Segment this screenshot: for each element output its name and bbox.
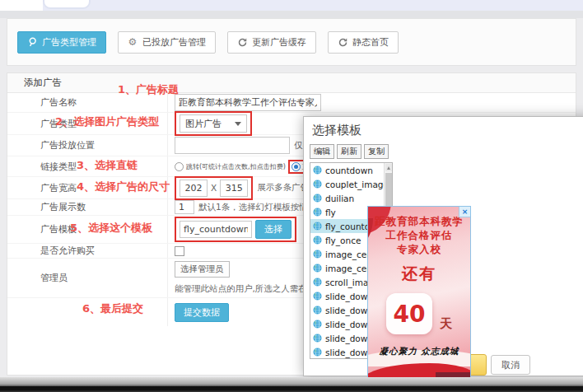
ad-type-selected-value: 图片广告 bbox=[185, 118, 222, 130]
refresh-ad-cache-label: 更新广告缓存 bbox=[252, 36, 306, 49]
refresh-ad-cache-button[interactable]: 更新广告缓存 bbox=[227, 31, 316, 54]
template-preview-popup: × 距教育部本科教学 工作合格评估 专家入校 还有 40 天 凝心聚力 众志成城 bbox=[367, 206, 471, 380]
annotation-step4: 4、选择广告的尺寸 bbox=[77, 180, 170, 194]
admin-label: 管理员 bbox=[7, 259, 168, 297]
globe-icon bbox=[313, 222, 322, 231]
countdown-prefix: 还有 bbox=[368, 264, 470, 285]
browser-tab-remnant bbox=[43, 0, 91, 9]
window-bottom-edge bbox=[0, 377, 583, 392]
globe-icon bbox=[313, 348, 322, 357]
close-icon[interactable]: × bbox=[459, 207, 470, 217]
allow-buy-label: 是否允许购买 bbox=[7, 244, 168, 258]
annotation-step3: 3、选择直链 bbox=[77, 158, 138, 173]
globe-icon bbox=[313, 250, 322, 259]
ad-type-manage-label: 广告类型管理 bbox=[42, 36, 96, 49]
globe-icon bbox=[313, 180, 322, 189]
globe-icon bbox=[313, 306, 322, 315]
ad-name-input[interactable] bbox=[175, 94, 321, 111]
static-homepage-label: 静态首页 bbox=[352, 36, 389, 49]
choose-template-button[interactable]: 选择 bbox=[255, 220, 292, 239]
cancel-button[interactable]: 取消 bbox=[491, 355, 530, 375]
browser-strip-left bbox=[0, 0, 43, 11]
preview-title-line2: 工作合格评估 bbox=[368, 228, 470, 242]
globe-icon bbox=[313, 278, 322, 287]
submit-button[interactable]: 提交数据 bbox=[175, 303, 229, 322]
toolbar: 广告类型管理 ⚙ 已投放广告管理 更新广告缓存 静态首页 bbox=[7, 18, 576, 66]
template-list-item[interactable]: duilian bbox=[310, 191, 392, 205]
refresh-icon bbox=[237, 37, 247, 47]
template-name: countdown bbox=[325, 166, 373, 175]
globe-icon bbox=[313, 194, 322, 203]
ad-type-select[interactable]: 图片广告 bbox=[180, 114, 247, 133]
globe-icon bbox=[313, 292, 322, 301]
template-name: couplet_image bbox=[325, 180, 389, 189]
copy-button[interactable]: 复制 bbox=[364, 144, 389, 159]
globe-icon bbox=[313, 334, 322, 343]
link-jump-radio[interactable] bbox=[175, 162, 184, 171]
published-ads-button[interactable]: ⚙ 已投放广告管理 bbox=[118, 31, 216, 54]
refresh-button[interactable]: 刷新 bbox=[337, 144, 361, 159]
link-jump-label: 跳转(可统计点击次数,扣点击扣费) bbox=[186, 162, 286, 171]
row-ad-name: 广告名称 bbox=[7, 93, 576, 113]
highlight-box-ad-template: 选择 bbox=[175, 217, 296, 242]
countdown-unit: 天 bbox=[440, 316, 452, 334]
ad-position-input[interactable] bbox=[175, 137, 290, 154]
preview-title-line1: 距教育部本科教学 bbox=[368, 214, 470, 228]
scrollbar-thumb[interactable] bbox=[385, 173, 392, 208]
static-homepage-button[interactable]: 静态首页 bbox=[328, 31, 399, 54]
ad-position-label: 广告投放位置 bbox=[7, 135, 168, 156]
template-list-item[interactable]: couplet_image bbox=[310, 177, 392, 191]
ad-count-input[interactable] bbox=[175, 200, 194, 214]
annotation-step5: 5、选择这个模板 bbox=[70, 221, 152, 236]
gears-icon: ⚙ bbox=[128, 37, 138, 47]
modal-actions: 编辑 刷新 复制 bbox=[310, 144, 389, 159]
refresh-icon bbox=[338, 37, 347, 47]
ad-count-label: 广告展示数 bbox=[7, 199, 168, 215]
highlight-box-ad-type: 图片广告 bbox=[175, 111, 252, 136]
template-name: fly_once bbox=[325, 236, 361, 245]
link-direct-radio[interactable] bbox=[292, 162, 301, 171]
preview-slogan: 凝心聚力 众志成城 bbox=[368, 346, 470, 357]
window-divider-strip bbox=[0, 11, 583, 18]
annotation-step6: 6、最后提交 bbox=[82, 301, 143, 316]
globe-icon bbox=[313, 236, 322, 245]
globe-icon bbox=[313, 166, 322, 175]
countdown-number: 40 bbox=[386, 293, 432, 334]
screen: 广告类型管理 ⚙ 已投放广告管理 更新广告缓存 静态首页 添加广告 广告名称 bbox=[0, 0, 583, 392]
highlight-box-ad-size: X bbox=[175, 176, 253, 200]
ad-width-input[interactable] bbox=[180, 180, 208, 197]
template-list-item[interactable]: countdown bbox=[310, 163, 392, 177]
template-name: fly bbox=[325, 208, 336, 217]
preview-title-line3: 专家入校 bbox=[368, 242, 470, 256]
ad-template-input[interactable] bbox=[180, 221, 252, 238]
form-title: 添加广告 bbox=[7, 73, 576, 93]
globe-icon bbox=[313, 320, 322, 329]
published-ads-label: 已投放广告管理 bbox=[142, 36, 206, 49]
template-name: duilian bbox=[325, 194, 354, 203]
scroll-up-arrow[interactable] bbox=[385, 164, 392, 171]
size-separator: X bbox=[211, 183, 217, 193]
allow-buy-checkbox[interactable] bbox=[175, 246, 184, 256]
annotation-step1: 1、广告标题 bbox=[118, 82, 179, 97]
browser-top-strip bbox=[0, 0, 583, 11]
globe-icon bbox=[313, 264, 322, 273]
chevron-down-icon bbox=[235, 122, 241, 126]
pin-icon bbox=[27, 37, 37, 47]
modal-title: 选择模板 bbox=[312, 123, 361, 138]
annotation-step2: 2、选择图片广告类型 bbox=[55, 114, 159, 129]
choose-admin-button[interactable]: 选择管理员 bbox=[175, 261, 230, 278]
ad-height-input[interactable] bbox=[220, 180, 248, 197]
edit-button[interactable]: 编辑 bbox=[310, 144, 334, 159]
ad-type-manage-button[interactable]: 广告类型管理 bbox=[17, 31, 106, 54]
globe-icon bbox=[313, 208, 322, 217]
